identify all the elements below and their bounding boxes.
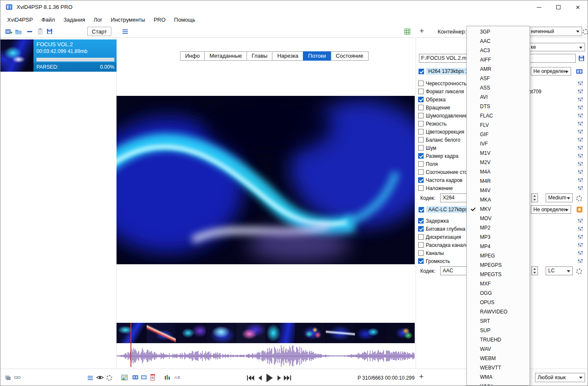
filter-checkbox[interactable]	[418, 113, 424, 118]
filter-checkbox[interactable]	[418, 81, 424, 86]
filter-settings-icon[interactable]	[577, 169, 583, 175]
maximize-button[interactable]	[549, 0, 568, 14]
menu-item[interactable]: MPEGPS	[467, 260, 530, 270]
toolbar-add-button[interactable]: +	[419, 27, 424, 35]
filter-checkbox[interactable]	[418, 121, 424, 126]
menu-item[interactable]: MPEG	[467, 251, 530, 260]
menu-item[interactable]: FLV	[467, 120, 530, 130]
menu-item[interactable]: AC3	[467, 46, 530, 55]
filter-settings-icon[interactable]	[577, 161, 583, 167]
spin-up-icon[interactable]	[532, 194, 538, 198]
filter-checkbox[interactable]	[418, 185, 424, 191]
menubar-item[interactable]: Задания	[59, 17, 89, 23]
menu-item[interactable]: WEBM	[467, 354, 530, 363]
menu-item[interactable]: M4V	[467, 186, 530, 195]
filter-settings-icon[interactable]	[577, 242, 583, 248]
job-item[interactable]: FOCUS VOL.2 00:03:42.099 41.89mb PARSED:…	[0, 39, 116, 72]
video-stream-checkbox[interactable]	[419, 69, 424, 74]
log-icon[interactable]	[87, 375, 94, 381]
tab[interactable]: Нарезка	[272, 51, 303, 61]
filter-checkbox[interactable]	[418, 153, 424, 159]
menu-item[interactable]: MOV	[467, 214, 530, 223]
filter-checkbox[interactable]	[418, 161, 424, 167]
audio-range-combo[interactable]: Не определен	[531, 205, 571, 214]
video-preset-combo[interactable]: Medium	[546, 193, 573, 202]
menu-item[interactable]: AMR	[467, 64, 530, 74]
menu-item[interactable]: SRT	[467, 316, 530, 326]
save-icon[interactable]	[46, 28, 53, 35]
open-folder-icon[interactable]	[14, 28, 22, 35]
filmstrip-thumbnail[interactable]	[326, 323, 355, 343]
menubar-item[interactable]: XviD4PSP	[3, 17, 37, 23]
settings-gear-icon[interactable]	[106, 375, 112, 381]
video-filmstrip-icon[interactable]	[575, 67, 583, 75]
filter-settings-icon[interactable]	[577, 258, 583, 264]
frame-back-button[interactable]	[258, 375, 263, 381]
report-icon[interactable]	[150, 374, 156, 381]
menu-item[interactable]: MP4	[467, 242, 530, 251]
filter-checkbox[interactable]	[418, 105, 424, 110]
tab[interactable]: Главы	[247, 51, 272, 61]
menu-item[interactable]: RAWVIDEO	[467, 307, 530, 316]
filmstrip-thumbnail[interactable]	[176, 323, 206, 343]
menu-item[interactable]: MP2	[467, 223, 530, 232]
preview-eye-icon[interactable]	[96, 374, 104, 381]
filter-settings-icon[interactable]	[577, 113, 583, 118]
menubar-item[interactable]: Лог	[89, 17, 107, 23]
filmstrip-thumbnail[interactable]	[266, 323, 296, 343]
filter-settings-icon[interactable]	[577, 226, 583, 232]
jobs-queue-icon[interactable]	[5, 374, 11, 381]
menu-item[interactable]: M4A	[467, 167, 530, 176]
screenshot-image-icon[interactable]	[121, 374, 128, 381]
filmstrip-thumbnail[interactable]	[147, 323, 176, 343]
menu-item[interactable]: M2V	[467, 158, 530, 167]
filter-settings-icon[interactable]	[577, 129, 583, 134]
menu-item[interactable]: ASS	[467, 83, 530, 92]
spin-down-icon[interactable]	[532, 271, 538, 275]
save-path-icon[interactable]	[577, 54, 585, 62]
spin-up-icon[interactable]	[532, 267, 538, 271]
spin-down-icon[interactable]	[532, 198, 538, 202]
filter-checkbox[interactable]	[418, 97, 424, 102]
menu-item[interactable]: GIF	[467, 130, 530, 139]
grid-table-icon[interactable]	[403, 28, 411, 35]
filter-checkbox[interactable]	[418, 250, 424, 256]
filter-settings-icon[interactable]	[577, 89, 583, 94]
filmstrip-thumbnail[interactable]	[386, 323, 415, 343]
menu-item[interactable]: ASF	[467, 74, 530, 83]
menubar-item[interactable]: Инструменты	[107, 17, 150, 23]
queue-list-icon[interactable]	[121, 28, 129, 35]
playhead[interactable]	[130, 323, 131, 367]
menu-item[interactable]: IVF	[467, 139, 530, 148]
video-range-combo[interactable]: Не определен	[531, 67, 571, 76]
menu-item[interactable]: AVI	[467, 92, 530, 102]
ab-compare-icon[interactable]: AB	[174, 374, 181, 380]
filter-settings-icon[interactable]	[577, 177, 583, 183]
audio-waveform[interactable]	[116, 344, 415, 367]
filter-settings-icon[interactable]	[577, 97, 583, 102]
filter-checkbox[interactable]	[418, 258, 424, 264]
filter-settings-icon[interactable]	[577, 250, 583, 256]
filter-checkbox[interactable]	[418, 226, 424, 232]
filter-checkbox[interactable]	[418, 177, 424, 183]
menu-item[interactable]: DTS	[467, 102, 530, 111]
start-button[interactable]: Старт	[87, 27, 111, 36]
menu-item[interactable]: FLAC	[467, 111, 530, 120]
remove-job-icon[interactable]	[26, 28, 33, 35]
filmstrip-thumbnail[interactable]	[355, 323, 385, 343]
filter-checkbox[interactable]	[418, 169, 424, 175]
add-file-icon[interactable]	[5, 28, 12, 35]
menu-item[interactable]: AIFF	[467, 55, 530, 64]
filter-checkbox[interactable]	[418, 129, 424, 134]
menu-item[interactable]: WMV	[467, 382, 530, 386]
menu-item[interactable]: WEBVTT	[467, 363, 530, 372]
tab[interactable]: Потоки	[303, 51, 331, 61]
filter-settings-icon[interactable]	[577, 81, 583, 86]
toolbar-settings-gear-icon[interactable]	[582, 28, 588, 36]
filter-settings-icon[interactable]	[577, 218, 583, 224]
filter-settings-icon[interactable]	[577, 121, 583, 126]
menu-item[interactable]: 3GP	[467, 27, 530, 36]
filter-settings-icon[interactable]	[577, 105, 583, 110]
menubar-item[interactable]: Помощь	[170, 17, 200, 23]
jobs-link-icon[interactable]	[14, 374, 21, 381]
